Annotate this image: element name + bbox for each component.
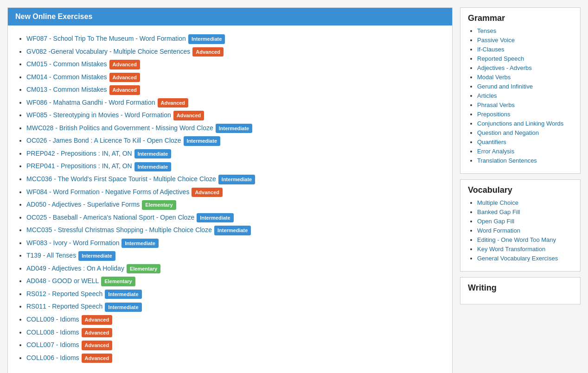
level-badge: Intermediate (188, 34, 225, 44)
sidebar-item: Phrasal Verbs (477, 101, 573, 108)
sidebar-link[interactable]: Error Analysis (477, 148, 514, 155)
list-item: WF085 - Stereotyping in Movies - Word Fo… (26, 110, 443, 120)
exercise-link[interactable]: MCC035 - Stressful Christmas Shopping - … (26, 226, 212, 234)
exercise-link[interactable]: T139 - All Tenses (26, 252, 76, 259)
vocabulary-list: Multiple ChoiceBanked Gap FillOpen Gap F… (468, 199, 573, 262)
sidebar-item: Multiple Choice (477, 199, 573, 206)
list-item: T139 - All TensesIntermediate (26, 251, 443, 261)
sidebar-item: Open Gap Fill (477, 217, 573, 225)
level-badge: Intermediate (121, 239, 158, 248)
exercise-link[interactable]: AD050 - Adjectives - Superlative Forms (26, 201, 140, 208)
sidebar-link[interactable]: Word Formation (477, 227, 520, 234)
sidebar-item: Reported Speech (477, 55, 573, 62)
list-item: COLL008 - IdiomsAdvanced (26, 328, 443, 338)
list-item: WF083 - Ivory - Word FormationIntermedia… (26, 238, 443, 248)
list-item: MWC028 - British Politics and Government… (26, 123, 443, 133)
exercise-link[interactable]: MCC036 - The World's First Space Tourist… (26, 175, 216, 183)
exercise-link[interactable]: WF086 - Mahatma Gandhi - Word Formation (26, 99, 155, 106)
exercise-link[interactable]: AD049 - Adjectives : On A Holiday (26, 265, 124, 272)
exercise-link[interactable]: CM014 - Common Mistakes (26, 73, 107, 81)
level-badge: Elementary (127, 264, 160, 274)
sidebar-item: Error Analysis (477, 147, 573, 155)
list-item: MCC036 - The World's First Space Tourist… (26, 174, 443, 184)
sidebar-link[interactable]: Phrasal Verbs (477, 101, 515, 108)
sidebar-link[interactable]: Open Gap Fill (477, 218, 514, 225)
vocabulary-section: Vocabulary Multiple ChoiceBanked Gap Fil… (460, 179, 581, 272)
writing-section: Writing (460, 277, 581, 304)
sidebar-link[interactable]: Quantifiers (477, 139, 506, 145)
exercise-link[interactable]: COLL006 - Idioms (26, 354, 79, 361)
list-item: RS012 - Reported SpeechIntermediate (26, 289, 443, 299)
sidebar-link[interactable]: General Vocabulary Exercises (477, 255, 558, 262)
sidebar-link[interactable]: Key Word Transformation (477, 246, 545, 253)
exercise-link[interactable]: PREP041 - Prepositions : IN, AT, ON (26, 162, 132, 170)
sidebar-link[interactable]: If-Clauses (477, 46, 505, 53)
exercise-link[interactable]: CM013 - Common Mistakes (26, 86, 107, 93)
sidebar-item: Translation Sentences (477, 157, 573, 164)
level-badge: Intermediate (184, 136, 220, 146)
exercise-link[interactable]: WF087 - School Trip To The Museum - Word… (26, 35, 186, 42)
level-badge: Advanced (109, 85, 141, 95)
exercise-link[interactable]: COLL008 - Idioms (26, 329, 79, 336)
sidebar-link[interactable]: Gerund and Infinitive (477, 83, 533, 90)
level-badge: Intermediate (78, 251, 115, 261)
sidebar-link[interactable]: Passive Voice (477, 37, 515, 44)
sidebar-link[interactable]: Multiple Choice (477, 199, 518, 206)
exercises-header: New Online Exercises (8, 8, 452, 25)
sidebar-link[interactable]: Adjectives - Adverbs (477, 64, 532, 71)
exercise-link[interactable]: RS011 - Reported Speech (26, 303, 102, 310)
level-badge: Advanced (82, 328, 113, 338)
sidebar-item: Key Word Transformation (477, 245, 573, 253)
exercise-link[interactable]: COLL007 - Idioms (26, 341, 79, 348)
sidebar-link[interactable]: Question and Negation (477, 129, 539, 136)
sidebar-item: Adjectives - Adverbs (477, 64, 573, 71)
level-badge: Intermediate (105, 303, 141, 312)
level-badge: Intermediate (134, 149, 171, 159)
level-badge: Intermediate (218, 175, 255, 184)
sidebar-link[interactable]: Prepositions (477, 111, 511, 118)
sidebar-item: Gerund and Infinitive (477, 82, 573, 90)
sidebar-link[interactable]: Conjunctions and Linking Words (477, 120, 563, 127)
exercise-link[interactable]: WF084 - Word Formation - Negative Forms … (26, 188, 189, 196)
level-badge: Intermediate (197, 213, 233, 223)
exercise-link[interactable]: GV082 -General Vocabulary - Multiple Cho… (26, 48, 190, 55)
level-badge: Intermediate (105, 290, 141, 299)
sidebar-item: Banked Gap Fill (477, 208, 573, 215)
grammar-heading: Grammar (468, 13, 573, 23)
sidebar-link[interactable]: Editing - One Word Too Many (477, 236, 556, 243)
list-item: WF086 - Mahatma Gandhi - Word FormationA… (26, 98, 443, 108)
sidebar-link[interactable]: Tenses (477, 27, 496, 34)
sidebar-link[interactable]: Translation Sentences (477, 157, 537, 164)
sidebar-link[interactable]: Reported Speech (477, 55, 524, 62)
sidebar-item: Modal Verbs (477, 73, 573, 81)
exercise-link[interactable]: OC026 - James Bond : A Licence To Kill -… (26, 137, 181, 144)
sidebar-item: Conjunctions and Linking Words (477, 120, 573, 127)
sidebar-link[interactable]: Modal Verbs (477, 74, 511, 81)
exercises-ul: WF087 - School Trip To The Museum - Word… (17, 34, 443, 363)
list-item: GV082 -General Vocabulary - Multiple Cho… (26, 47, 443, 57)
exercises-title: New Online Exercises (15, 13, 92, 20)
level-badge: Advanced (82, 354, 113, 363)
sidebar-link[interactable]: Banked Gap Fill (477, 209, 520, 215)
sidebar-link[interactable]: Articles (477, 92, 497, 99)
exercises-list: WF087 - School Trip To The Museum - Word… (8, 25, 452, 373)
exercise-link[interactable]: AD048 - GOOD or WELL (26, 277, 99, 284)
exercise-link[interactable]: MWC028 - British Politics and Government… (26, 124, 213, 132)
exercise-link[interactable]: COLL009 - Idioms (26, 316, 79, 323)
list-item: CM015 - Common MistakesAdvanced (26, 59, 443, 70)
list-item: COLL009 - IdiomsAdvanced (26, 315, 443, 325)
list-item: CM014 - Common MistakesAdvanced (26, 72, 443, 82)
exercise-link[interactable]: WF085 - Stereotyping in Movies - Word Fo… (26, 111, 171, 119)
exercise-link[interactable]: RS012 - Reported Speech (26, 290, 102, 297)
list-item: AD050 - Adjectives - Superlative FormsEl… (26, 200, 443, 210)
grammar-section: Grammar TensesPassive VoiceIf-ClausesRep… (460, 7, 581, 174)
sidebar-item: Word Formation (477, 227, 573, 234)
exercise-link[interactable]: CM015 - Common Mistakes (26, 60, 107, 68)
exercise-link[interactable]: OC025 - Baseball - America's National Sp… (26, 214, 194, 221)
list-item: RS011 - Reported SpeechIntermediate (26, 302, 443, 312)
exercise-link[interactable]: WF083 - Ivory - Word Formation (26, 239, 119, 247)
list-item: AD049 - Adjectives : On A HolidayElement… (26, 264, 443, 274)
grammar-list: TensesPassive VoiceIf-ClausesReported Sp… (468, 27, 573, 164)
exercise-link[interactable]: PREP042 - Prepositions : IN, AT, ON (26, 150, 132, 157)
level-badge: Advanced (192, 47, 224, 57)
